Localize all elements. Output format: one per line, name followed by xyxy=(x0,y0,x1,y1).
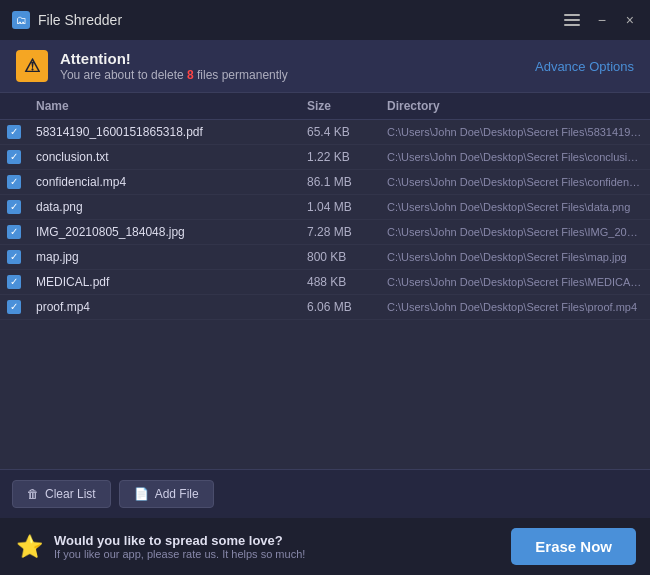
add-file-button[interactable]: 📄 Add File xyxy=(119,480,214,508)
row-size: 6.06 MB xyxy=(299,300,379,314)
table-header: Name Size Directory xyxy=(0,93,650,120)
row-directory: C:\Users\John Doe\Desktop\Secret Files\M… xyxy=(379,276,650,288)
add-file-label: Add File xyxy=(155,487,199,501)
table-row: MEDICAL.pdf 488 KB C:\Users\John Doe\Des… xyxy=(0,270,650,295)
attention-bar: ⚠ Attention! You are about to delete 8 f… xyxy=(0,40,650,93)
clear-list-label: Clear List xyxy=(45,487,96,501)
table-row: IMG_20210805_184048.jpg 7.28 MB C:\Users… xyxy=(0,220,650,245)
row-checkbox[interactable] xyxy=(0,200,28,214)
footer-bar: ⭐ Would you like to spread some love? If… xyxy=(0,518,650,575)
row-directory: C:\Users\John Doe\Desktop\Secret Files\5… xyxy=(379,126,650,138)
table-row: data.png 1.04 MB C:\Users\John Doe\Deskt… xyxy=(0,195,650,220)
row-checkbox[interactable] xyxy=(0,225,28,239)
checkbox-checked[interactable] xyxy=(7,125,21,139)
attention-left: ⚠ Attention! You are about to delete 8 f… xyxy=(16,50,288,82)
row-size: 7.28 MB xyxy=(299,225,379,239)
star-icon: ⭐ xyxy=(14,532,44,562)
title-bar: 🗂 File Shredder − × xyxy=(0,0,650,40)
row-size: 1.04 MB xyxy=(299,200,379,214)
app-title: File Shredder xyxy=(38,12,562,28)
attention-subtitle-prefix: You are about to delete xyxy=(60,68,187,82)
col-header-size: Size xyxy=(299,99,379,113)
row-directory: C:\Users\John Doe\Desktop\Secret Files\m… xyxy=(379,251,650,263)
row-directory: C:\Users\John Doe\Desktop\Secret Files\c… xyxy=(379,176,650,188)
table-row: confidencial.mp4 86.1 MB C:\Users\John D… xyxy=(0,170,650,195)
row-size: 65.4 KB xyxy=(299,125,379,139)
footer-title: Would you like to spread some love? xyxy=(54,533,305,548)
row-name: data.png xyxy=(28,200,299,214)
row-size: 800 KB xyxy=(299,250,379,264)
advance-options-link[interactable]: Advance Options xyxy=(535,59,634,74)
file-count: 8 xyxy=(187,68,194,82)
row-size: 488 KB xyxy=(299,275,379,289)
clear-list-button[interactable]: 🗑 Clear List xyxy=(12,480,111,508)
footer-subtitle: If you like our app, please rate us. It … xyxy=(54,548,305,560)
checkbox-checked[interactable] xyxy=(7,250,21,264)
menu-button[interactable] xyxy=(562,12,582,28)
checkbox-checked[interactable] xyxy=(7,275,21,289)
warning-icon: ⚠ xyxy=(16,50,48,82)
row-name: map.jpg xyxy=(28,250,299,264)
attention-subtitle: You are about to delete 8 files permanen… xyxy=(60,68,288,82)
row-name: 58314190_1600151865318.pdf xyxy=(28,125,299,139)
checkbox-checked[interactable] xyxy=(7,300,21,314)
row-name: conclusion.txt xyxy=(28,150,299,164)
add-file-icon: 📄 xyxy=(134,487,149,501)
footer-left: ⭐ Would you like to spread some love? If… xyxy=(14,532,305,562)
row-checkbox[interactable] xyxy=(0,300,28,314)
row-size: 86.1 MB xyxy=(299,175,379,189)
bottom-toolbar: 🗑 Clear List 📄 Add File xyxy=(0,469,650,518)
table-row: 58314190_1600151865318.pdf 65.4 KB C:\Us… xyxy=(0,120,650,145)
row-name: MEDICAL.pdf xyxy=(28,275,299,289)
table-row: map.jpg 800 KB C:\Users\John Doe\Desktop… xyxy=(0,245,650,270)
row-directory: C:\Users\John Doe\Desktop\Secret Files\p… xyxy=(379,301,650,313)
row-size: 1.22 KB xyxy=(299,150,379,164)
row-name: IMG_20210805_184048.jpg xyxy=(28,225,299,239)
checkbox-checked[interactable] xyxy=(7,225,21,239)
app-icon: 🗂 xyxy=(12,11,30,29)
checkbox-checked[interactable] xyxy=(7,175,21,189)
row-name: proof.mp4 xyxy=(28,300,299,314)
row-directory: C:\Users\John Doe\Desktop\Secret Files\d… xyxy=(379,201,650,213)
checkbox-checked[interactable] xyxy=(7,200,21,214)
row-checkbox[interactable] xyxy=(0,150,28,164)
row-directory: C:\Users\John Doe\Desktop\Secret Files\I… xyxy=(379,226,650,238)
checkbox-checked[interactable] xyxy=(7,150,21,164)
row-name: confidencial.mp4 xyxy=(28,175,299,189)
file-table-body: 58314190_1600151865318.pdf 65.4 KB C:\Us… xyxy=(0,120,650,469)
attention-title: Attention! xyxy=(60,50,288,67)
app-icon-text: 🗂 xyxy=(16,14,27,26)
row-checkbox[interactable] xyxy=(0,175,28,189)
row-checkbox[interactable] xyxy=(0,275,28,289)
erase-now-button[interactable]: Erase Now xyxy=(511,528,636,565)
attention-text: Attention! You are about to delete 8 fil… xyxy=(60,50,288,82)
table-row: conclusion.txt 1.22 KB C:\Users\John Doe… xyxy=(0,145,650,170)
close-button[interactable]: × xyxy=(622,11,638,29)
row-checkbox[interactable] xyxy=(0,125,28,139)
clear-list-icon: 🗑 xyxy=(27,487,39,501)
footer-text: Would you like to spread some love? If y… xyxy=(54,533,305,560)
row-directory: C:\Users\John Doe\Desktop\Secret Files\c… xyxy=(379,151,650,163)
attention-subtitle-suffix: files permanently xyxy=(194,68,288,82)
table-row: proof.mp4 6.06 MB C:\Users\John Doe\Desk… xyxy=(0,295,650,320)
col-header-checkbox xyxy=(0,99,28,113)
col-header-directory: Directory xyxy=(379,99,650,113)
row-checkbox[interactable] xyxy=(0,250,28,264)
window-controls: − × xyxy=(562,11,638,29)
minimize-button[interactable]: − xyxy=(594,11,610,29)
col-header-name: Name xyxy=(28,99,299,113)
